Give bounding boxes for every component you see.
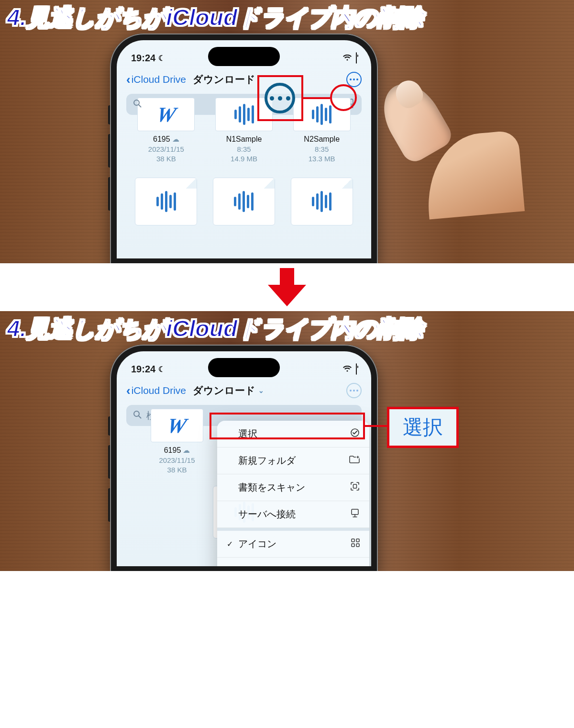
- menu-label: アイコン: [238, 538, 276, 550]
- file-name: 6195: [164, 446, 181, 455]
- menu-label: リスト: [238, 564, 267, 566]
- server-icon: [350, 508, 360, 520]
- menu-item-icon-view[interactable]: ✓ アイコン: [217, 531, 369, 558]
- svg-line-4: [139, 416, 141, 418]
- file-size: 38 KB: [134, 465, 220, 475]
- svg-rect-12: [356, 544, 359, 547]
- svg-rect-9: [352, 539, 354, 542]
- status-time: 19:24: [131, 364, 155, 375]
- folder-title-text: ダウンロード: [193, 384, 255, 397]
- file-date: 2023/11/15: [134, 456, 220, 465]
- menu-item-list-view[interactable]: リスト: [217, 558, 369, 566]
- file-item[interactable]: W 6195 ☁︎ 2023/11/15 38 KB: [134, 431, 220, 474]
- file-size: 38 KB: [134, 154, 199, 164]
- svg-rect-10: [356, 539, 359, 542]
- phone-side-button: [108, 105, 110, 124]
- context-menu: 選択 新規フォルダ 書類をスキャン: [217, 421, 369, 566]
- file-thumbnail[interactable]: [135, 178, 197, 225]
- more-options-button[interactable]: [346, 383, 362, 398]
- list-icon: [350, 565, 360, 566]
- dynamic-island: [208, 47, 280, 66]
- file-size: 13.3 MB: [289, 154, 354, 164]
- file-date: 8:35: [212, 145, 276, 154]
- step-arrow: [0, 263, 574, 311]
- menu-item-connect-server[interactable]: サーバへ接続: [217, 501, 369, 528]
- back-label: iCloud Drive: [132, 385, 186, 396]
- audio-wave-icon: [312, 104, 331, 125]
- highlight-box-select: [210, 413, 365, 439]
- file-item[interactable]: N2Sample 8:35 13.3 MB: [289, 120, 354, 163]
- file-name: N2Sample: [304, 135, 340, 144]
- menu-item-scan[interactable]: 書類をスキャン: [217, 474, 369, 501]
- cloud-download-icon: ☁︎: [183, 446, 190, 455]
- headline-top: 4.見逃しがちがiCloudドライブ内の削除: [7, 2, 423, 33]
- callout-select: 選択: [387, 407, 459, 448]
- svg-rect-11: [352, 544, 354, 547]
- nav-bar: ‹ iCloud Drive ダウンロード ⌄: [117, 378, 371, 402]
- grid-icon: [351, 538, 360, 549]
- file-thumbnail[interactable]: [213, 178, 275, 225]
- phone-top: 19:24 ☾ ‹ iCloud Drive: [110, 34, 378, 263]
- chevron-left-icon: ‹: [126, 384, 131, 397]
- menu-item-new-folder[interactable]: 新規フォルダ: [217, 448, 369, 474]
- phone-volume-down: [108, 488, 110, 522]
- file-name: N1Sample: [226, 135, 262, 144]
- phone-side-button: [108, 416, 110, 436]
- menu-label: サーバへ接続: [238, 508, 296, 521]
- file-name: 6195: [153, 135, 170, 144]
- highlight-connector: [365, 425, 387, 427]
- more-icon: [350, 390, 358, 392]
- phone-bottom: 19:24 ☾ ‹ iCloud Drive: [110, 345, 378, 571]
- file-date: 2023/11/15: [134, 145, 199, 154]
- chevron-down-icon: ⌄: [258, 387, 264, 394]
- file-thumbnail[interactable]: [291, 178, 353, 225]
- svg-rect-8: [352, 509, 358, 515]
- headline-bottom: 4.見逃しがちがiCloudドライブ内の削除: [7, 314, 423, 344]
- tutorial-panel-bottom: 4.見逃しがちがiCloudドライブ内の削除 19:24 ☾: [0, 311, 574, 571]
- back-button[interactable]: ‹ iCloud Drive: [126, 73, 186, 86]
- phone-volume-up: [108, 445, 110, 479]
- scan-icon: [350, 482, 360, 493]
- wifi-icon: [342, 364, 352, 375]
- search-icon: [133, 99, 142, 110]
- back-label: iCloud Drive: [132, 74, 186, 85]
- check-icon: ✓: [227, 539, 233, 549]
- wifi-icon: [342, 53, 352, 64]
- battery-icon: [356, 53, 357, 64]
- callout-text: 選択: [403, 416, 443, 438]
- back-button[interactable]: ‹ iCloud Drive: [126, 384, 186, 397]
- chevron-left-icon: ‹: [126, 73, 131, 86]
- nav-bar: ‹ iCloud Drive ダウンロード: [117, 67, 371, 91]
- file-item[interactable]: W 6195 ☁︎ 2023/11/15 38 KB: [134, 120, 199, 163]
- file-thumbnail: W: [137, 98, 195, 131]
- file-thumbnail: W: [151, 409, 203, 442]
- audio-wave-icon: [156, 191, 176, 212]
- dynamic-island: [208, 358, 280, 377]
- menu-label: 書類をスキャン: [238, 481, 305, 494]
- file-date: 8:35: [289, 145, 354, 154]
- dnd-moon-icon: ☾: [158, 365, 165, 374]
- audio-wave-icon: [234, 104, 254, 125]
- status-time: 19:24: [131, 53, 155, 64]
- folder-title[interactable]: ダウンロード ⌄: [193, 384, 264, 397]
- svg-rect-7: [353, 484, 357, 488]
- phone-volume-up: [108, 134, 110, 168]
- tutorial-panel-top: 4.見逃しがちがiCloudドライブ内の削除 19:24 ☾: [0, 0, 574, 263]
- file-item[interactable]: N1Sample 8:35 14.9 MB: [212, 120, 276, 163]
- more-icon: [350, 78, 358, 80]
- file-size: 14.9 MB: [212, 154, 276, 164]
- audio-wave-icon: [234, 191, 254, 212]
- dnd-moon-icon: ☾: [158, 54, 165, 63]
- menu-label: 新規フォルダ: [238, 454, 296, 467]
- audio-wave-icon: [312, 191, 331, 212]
- highlight-connector: [303, 97, 330, 99]
- folder-title[interactable]: ダウンロード: [193, 73, 255, 86]
- battery-icon: [356, 364, 357, 375]
- cloud-download-icon: ☁︎: [172, 135, 179, 144]
- pointing-hand: [368, 67, 483, 182]
- search-icon: [133, 410, 142, 421]
- highlight-box-more: [257, 75, 303, 121]
- folder-plus-icon: [349, 455, 360, 466]
- file-grid-row2: [117, 163, 371, 225]
- file-grid: W 6195 ☁︎ 2023/11/15 38 KB N1Sample: [117, 120, 371, 163]
